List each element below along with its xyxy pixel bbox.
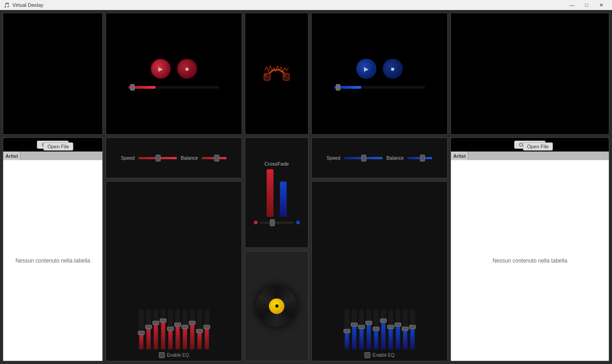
vinyl-hole (275, 304, 278, 308)
left-eq-bars-track-2[interactable] (153, 309, 158, 349)
right-balance-slider[interactable] (407, 157, 432, 159)
tb-close[interactable]: ✕ (594, 0, 608, 10)
right-eq-bars-thumb-5[interactable] (380, 318, 387, 323)
left-eq-bars-thumb-5[interactable] (174, 323, 181, 327)
cf-h-track[interactable] (260, 222, 294, 224)
right-eq-bars-track-8[interactable] (403, 309, 408, 349)
right-play-btn[interactable]: ▶ (356, 59, 376, 79)
left-open-file-button[interactable]: Open File (43, 142, 73, 151)
left-eq-bars-bar-9 (204, 309, 209, 349)
left-eq-bars-thumb-3[interactable] (160, 318, 167, 323)
crossfade-cell: CrossFade (245, 137, 309, 248)
right-eq-bars-thumb-6[interactable] (387, 325, 394, 329)
left-eq-bars-thumb-6[interactable] (182, 325, 188, 329)
right-eq-bars-track-6[interactable] (388, 309, 393, 349)
left-eq-bars-bar-2 (153, 309, 158, 349)
right-eq-bars-thumb-1[interactable] (351, 323, 358, 327)
right-eq-bars-bar-1 (352, 309, 357, 349)
left-eq-bars-bar-3 (161, 309, 166, 349)
right-eq-bars-bar-5 (381, 309, 386, 349)
left-play-btn[interactable]: ▶ (151, 59, 171, 79)
headphone-graphic (260, 60, 293, 88)
left-eq-bars-bar-1 (146, 309, 151, 349)
left-eq-bars-thumb-9[interactable] (203, 325, 210, 329)
left-speed-thumb[interactable] (156, 155, 161, 162)
right-open-file-button[interactable]: Open File (523, 142, 553, 151)
left-eq-bars-track-3[interactable] (161, 309, 166, 349)
left-balance-slider[interactable] (202, 157, 227, 159)
top-row: ▶ ■ (3, 13, 609, 135)
right-eq-bars-bar-8 (403, 309, 408, 349)
right-eq-bars-track-4[interactable] (374, 309, 379, 349)
tb-minimize[interactable]: — (565, 0, 579, 10)
app-wrapper: 🎵 Virtual Deelay — □ ✕ ▶ ■ (0, 0, 612, 364)
left-eq-bars-thumb-2[interactable] (152, 321, 159, 325)
right-pl-empty: Nessun contenuto nella tabella (492, 258, 567, 264)
right-eq-bars-thumb-0[interactable] (344, 329, 350, 333)
left-balance-thumb[interactable] (214, 155, 219, 162)
left-speed-slider[interactable] (138, 157, 177, 159)
left-eq-checkbox[interactable] (159, 352, 165, 358)
left-eq-enable-row: Enable EQ (159, 352, 189, 358)
left-stop-btn[interactable]: ■ (177, 59, 197, 79)
svg-rect-6 (264, 74, 267, 77)
right-eq-bars-track-3[interactable] (366, 309, 371, 349)
right-eq-bars-thumb-7[interactable] (395, 323, 401, 327)
svg-rect-7 (283, 74, 286, 77)
right-eq-bars-fill-9 (410, 327, 415, 350)
right-eq-bars-track-5[interactable] (381, 309, 386, 349)
vinyl-center-label (269, 298, 284, 314)
left-eq-bars-track-9[interactable] (204, 309, 209, 349)
tb-maximize[interactable]: □ (579, 0, 594, 10)
left-eq-bars-track-6[interactable] (182, 309, 187, 349)
right-stop-btn[interactable]: ■ (383, 59, 403, 79)
right-prog-thumb[interactable] (336, 84, 340, 91)
right-eq-bars-thumb-9[interactable] (409, 325, 416, 329)
left-eq-bars-track-0[interactable] (139, 309, 144, 349)
right-eq-bars-thumb-2[interactable] (358, 325, 365, 329)
left-eq-bars-track-5[interactable] (175, 309, 180, 349)
right-progress[interactable] (334, 86, 425, 89)
right-playlist-cell: Open File Artist Nessun contenuto nella … (450, 137, 609, 361)
left-pl-content: Nessun contenuto nella tabella (3, 160, 102, 361)
right-artist-lbl: Artist (451, 152, 468, 160)
left-eq-bars-thumb-7[interactable] (189, 321, 196, 325)
left-eq-bars-bar-4 (168, 309, 173, 349)
right-eq-bars-track-1[interactable] (352, 309, 357, 349)
right-eq-bars-track-7[interactable] (395, 309, 400, 349)
left-eq-bars-thumb-4[interactable] (167, 327, 174, 331)
top-right-transport: ▶ ■ (311, 13, 448, 135)
right-eq-bars-track-0[interactable] (344, 309, 349, 349)
right-eq-bars-thumb-8[interactable] (402, 327, 409, 331)
right-playlist-wrapper: Open File Artist Nessun contenuto nella … (451, 138, 609, 361)
left-prog-thumb[interactable] (130, 84, 135, 91)
vinyl-cell (245, 251, 309, 361)
top-left-transport: ▶ ■ (106, 13, 242, 135)
right-balance-thumb[interactable] (420, 155, 425, 162)
left-eq-bars-fill-9 (205, 327, 209, 350)
cf-h-thumb[interactable] (270, 219, 275, 226)
cf-dot-red (254, 221, 258, 224)
left-eq-label: Enable EQ (167, 353, 189, 358)
right-speed-slider[interactable] (344, 157, 383, 159)
right-eq-bars-thumb-3[interactable] (365, 321, 372, 325)
left-eq-bars-thumb-0[interactable] (138, 331, 145, 335)
tb-left: 🎵 Virtual Deelay (4, 2, 43, 8)
left-eq-bars-thumb-8[interactable] (196, 329, 203, 333)
left-eq-bars-fill-1 (147, 327, 151, 350)
top-right-waveform (450, 13, 609, 135)
right-speed-thumb[interactable] (361, 155, 366, 162)
left-eq-bars-track-4[interactable] (168, 309, 173, 349)
left-eq-bars-track-8[interactable] (197, 309, 202, 349)
left-eq-bars-fill-3 (161, 321, 165, 349)
right-eq-bars-thumb-4[interactable] (373, 327, 379, 331)
left-eq-bars-track-1[interactable] (146, 309, 151, 349)
left-eq-bars-thumb-1[interactable] (145, 325, 152, 329)
right-eq-bars-track-9[interactable] (410, 309, 415, 349)
right-eq-bars-track-2[interactable] (359, 309, 364, 349)
left-progress[interactable] (128, 86, 219, 89)
right-eq-checkbox[interactable] (364, 352, 370, 358)
right-eq-enable-row: Enable EQ (364, 352, 395, 358)
vinyl-record (256, 286, 297, 327)
left-eq-bars-track-7[interactable] (190, 309, 195, 349)
